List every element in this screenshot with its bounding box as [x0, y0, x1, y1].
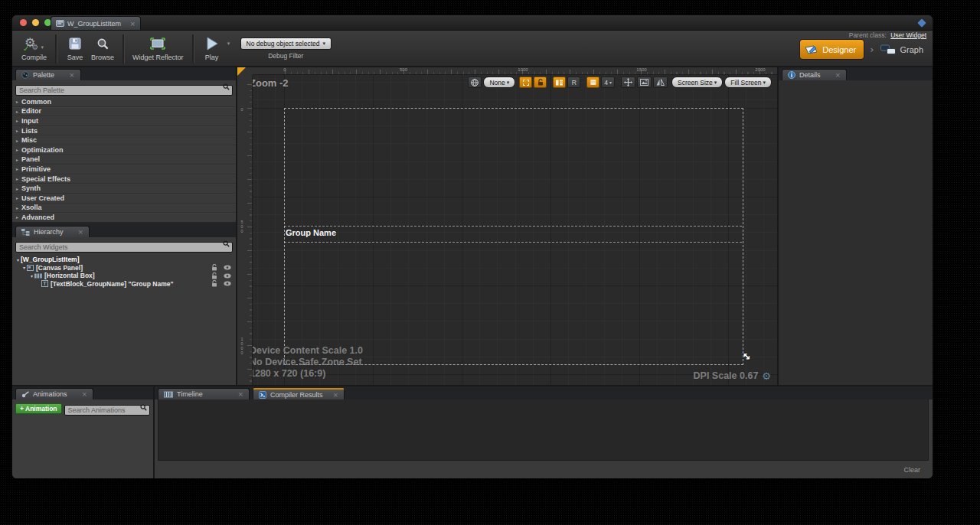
- expand-arrow-icon[interactable]: ▸: [16, 109, 18, 114]
- palette-category-advanced[interactable]: ▸Advanced: [12, 213, 236, 223]
- expand-arrow-icon[interactable]: ▸: [16, 157, 18, 162]
- close-icon[interactable]: ×: [237, 390, 243, 398]
- horizontal-box-outline[interactable]: [284, 226, 742, 243]
- browse-button[interactable]: Browse: [88, 34, 117, 61]
- tree-item-root[interactable]: ▾ [W_GroupListItem]: [12, 256, 236, 264]
- localization-borders-button[interactable]: [553, 77, 566, 88]
- dpi-settings-gear-icon[interactable]: ⚙: [762, 371, 771, 381]
- expand-arrow-icon[interactable]: ▸: [16, 166, 18, 171]
- widget-reflector-button[interactable]: Widget Reflector: [129, 34, 187, 61]
- play-options-button[interactable]: ▾: [225, 34, 233, 53]
- compile-button[interactable]: ⚙ ⚙ ✓ ▾ Compile: [18, 34, 50, 61]
- canvas-panel-icon: [27, 265, 34, 271]
- clear-button[interactable]: Clear: [899, 465, 925, 475]
- close-icon[interactable]: ×: [82, 390, 88, 398]
- palette-category-special-effects[interactable]: ▸Special Effects: [12, 174, 236, 184]
- vertical-ruler: 0 500 1000: [237, 75, 253, 385]
- palette-category-panel[interactable]: ▸Panel: [12, 155, 236, 165]
- preview-background-button[interactable]: [637, 77, 652, 88]
- add-animation-button[interactable]: + Animation: [15, 403, 62, 414]
- details-info-icon: [788, 71, 795, 79]
- visibility-eye-icon[interactable]: [224, 281, 231, 286]
- window-close-button[interactable]: [20, 19, 27, 26]
- expand-arrow-icon[interactable]: ▸: [16, 118, 18, 123]
- palette-category-user-created[interactable]: ▸User Created: [12, 194, 236, 204]
- lock-open-icon[interactable]: [211, 280, 217, 287]
- expand-arrow-icon[interactable]: ▸: [16, 195, 18, 201]
- palette-category-editor[interactable]: ▸Editor: [12, 107, 236, 117]
- palette-category-common[interactable]: ▸Common: [12, 97, 236, 107]
- palette-category-synth[interactable]: ▸Synth: [12, 184, 236, 194]
- tab-compiler-results[interactable]: Compiler Results ×: [253, 388, 345, 399]
- lock-open-icon[interactable]: [211, 264, 217, 271]
- expand-arrow-icon[interactable]: ▸: [16, 205, 18, 210]
- hierarchy-search-row: [12, 237, 236, 254]
- expand-arrow-icon[interactable]: ▸: [16, 176, 18, 181]
- collapse-arrow-icon[interactable]: ▾: [17, 257, 19, 262]
- tab-palette[interactable]: Palette ×: [15, 69, 81, 80]
- tree-item-canvas-panel[interactable]: ▾ [Canvas Panel]: [12, 264, 236, 272]
- window-minimize-button[interactable]: [32, 19, 39, 26]
- compile-caret-icon[interactable]: ▾: [41, 44, 44, 51]
- expand-arrow-icon[interactable]: ▸: [16, 186, 18, 191]
- debug-object-dropdown[interactable]: No debug object selected ▾: [240, 38, 332, 50]
- visibility-eye-icon[interactable]: [224, 273, 231, 279]
- expand-arrow-icon[interactable]: ▸: [16, 138, 18, 143]
- expand-arrow-icon[interactable]: ▸: [16, 147, 18, 152]
- grid-size-button[interactable]: 4 ▾: [601, 77, 615, 88]
- close-icon[interactable]: ×: [78, 228, 84, 236]
- screen-size-dropdown[interactable]: Screen Size ▾: [671, 77, 723, 88]
- localization-preview-button[interactable]: [468, 77, 482, 88]
- asset-tab[interactable]: W_GroupListItem ×: [51, 16, 141, 30]
- parent-class-link[interactable]: User Widget: [890, 31, 926, 39]
- collapse-arrow-icon[interactable]: ▾: [31, 273, 33, 279]
- compiler-results-icon: [259, 391, 266, 399]
- tab-timeline[interactable]: Timeline ×: [158, 388, 250, 399]
- visibility-eye-icon[interactable]: [224, 265, 231, 270]
- window-menu-icon[interactable]: [917, 18, 926, 27]
- localization-language-dropdown[interactable]: None ▾: [483, 77, 515, 88]
- palette-category-input[interactable]: ▸Input: [12, 116, 236, 126]
- tab-details[interactable]: Details ×: [782, 69, 847, 80]
- expand-arrow-icon[interactable]: ▸: [16, 214, 18, 220]
- tree-item-horizontal-box[interactable]: ▾ [Horizontal Box]: [12, 272, 236, 280]
- save-button[interactable]: Save: [62, 34, 88, 61]
- lock-widgets-button[interactable]: [534, 77, 547, 88]
- transform-mode-button[interactable]: [621, 77, 635, 88]
- collapse-arrow-icon[interactable]: ▾: [23, 265, 25, 270]
- designer-mode-button[interactable]: Designer: [799, 39, 864, 60]
- tab-hierarchy[interactable]: Hierarchy ×: [15, 226, 90, 237]
- graph-mode-button[interactable]: Graph: [879, 43, 925, 57]
- fill-screen-dropdown[interactable]: Fill Screen ▾: [724, 77, 772, 88]
- hierarchy-search-input[interactable]: [15, 242, 233, 253]
- mirror-preview-button[interactable]: [653, 77, 668, 88]
- animations-search-input[interactable]: [64, 405, 150, 416]
- designer-canvas[interactable]: 0 500 1000 1500 2000 0 500 1000 Zoom -2: [237, 67, 777, 385]
- tab-animations[interactable]: Animations ×: [15, 388, 93, 399]
- grid-snap-button[interactable]: ▦: [586, 77, 599, 88]
- palette-category-optimization[interactable]: ▸Optimization: [12, 145, 236, 155]
- tab-close-icon[interactable]: ×: [129, 20, 136, 28]
- tree-item-textblock[interactable]: [TextBlock_GroupName] "Group Name": [12, 280, 236, 289]
- group-name-text-widget[interactable]: Group Name: [286, 228, 336, 237]
- animations-list[interactable]: [12, 418, 153, 478]
- close-icon[interactable]: ×: [69, 71, 75, 79]
- palette-search-input[interactable]: [15, 85, 233, 96]
- details-header: Details ×: [779, 67, 933, 80]
- compiler-log-area[interactable]: [158, 399, 929, 461]
- palette-category-xsolla[interactable]: ▸Xsolla: [12, 204, 236, 214]
- expand-arrow-icon[interactable]: ▸: [16, 99, 18, 104]
- close-icon[interactable]: ×: [332, 391, 338, 399]
- close-icon[interactable]: ×: [835, 71, 841, 79]
- compile-gears-icon: ⚙ ⚙ ✓ ▾: [24, 34, 44, 53]
- palette-category-lists[interactable]: ▸Lists: [12, 126, 236, 136]
- palette-category-misc[interactable]: ▸Misc: [12, 135, 236, 145]
- respect-locks-button[interactable]: R: [567, 77, 580, 88]
- show-outlines-button[interactable]: [519, 77, 532, 88]
- expand-arrow-icon[interactable]: ▸: [16, 128, 18, 133]
- lock-open-icon[interactable]: [211, 272, 217, 279]
- palette-category-primitive[interactable]: ▸Primitive: [12, 165, 236, 174]
- play-button[interactable]: Play: [199, 34, 225, 61]
- search-icon: [223, 83, 230, 90]
- ruler-origin-flag-icon: [237, 67, 246, 76]
